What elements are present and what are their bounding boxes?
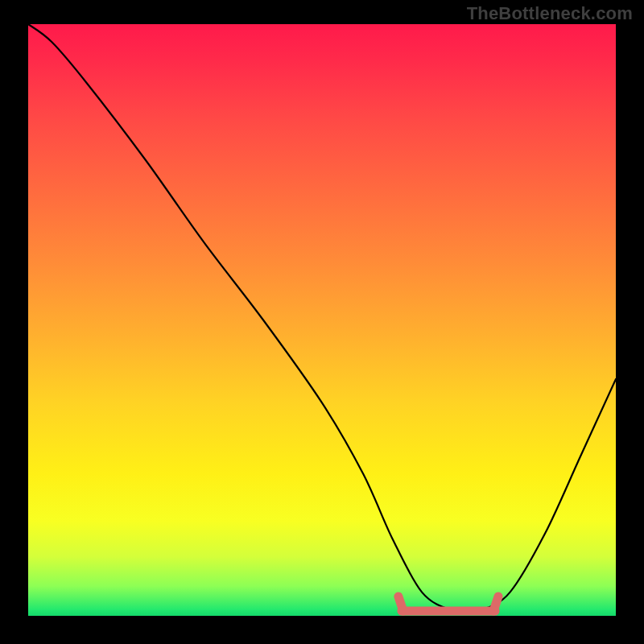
bottleneck-curve-line: [28, 24, 616, 612]
plot-area: [28, 24, 616, 616]
watermark-text: TheBottleneck.com: [467, 3, 633, 24]
chart-frame: TheBottleneck.com: [0, 0, 644, 644]
chart-svg: [28, 24, 616, 616]
